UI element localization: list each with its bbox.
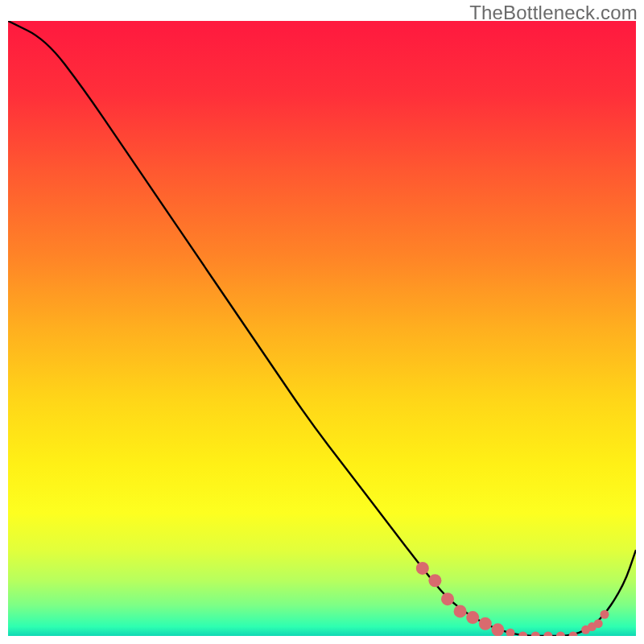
highlight-point <box>441 592 454 605</box>
highlight-point <box>601 610 609 619</box>
highlight-point <box>466 611 479 624</box>
highlight-point <box>479 617 492 630</box>
gradient-background <box>8 21 636 636</box>
highlight-point <box>594 619 603 628</box>
attribution-text: TheBottleneck.com <box>469 2 638 24</box>
highlight-point <box>416 562 429 575</box>
highlight-point <box>428 574 441 587</box>
highlight-point <box>491 623 504 636</box>
chart-svg <box>8 21 636 636</box>
plot-area <box>8 21 636 636</box>
highlight-point <box>454 605 467 617</box>
chart-container: TheBottleneck.com <box>0 0 644 644</box>
